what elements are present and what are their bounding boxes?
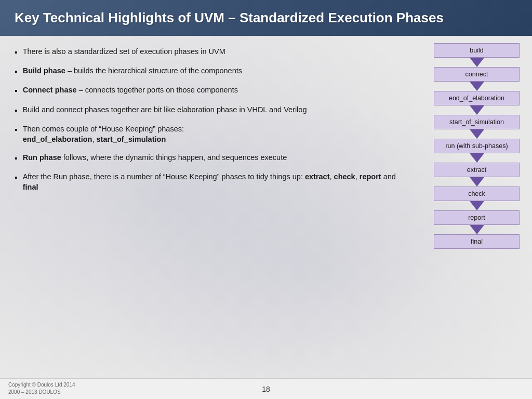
bullet-item-5: ▪ Then comes couple of “House Keeping” p… <box>15 124 411 145</box>
diagram-container: build connect end_of_elaboration start_o… <box>430 43 524 249</box>
bullet-marker-7: ▪ <box>15 172 18 183</box>
phase-box-connect: connect <box>434 67 520 82</box>
arrow-1 <box>470 58 484 67</box>
page-number: 18 <box>262 385 270 393</box>
footer-left-text: Copyright © Doulos Ltd 2014 2000 – 2013 … <box>8 381 75 396</box>
arrow-6 <box>470 177 484 187</box>
bullet-text-5: Then comes couple of “House Keeping” pha… <box>23 124 411 145</box>
phase-box-build: build <box>434 43 520 58</box>
copyright-line2: 2000 – 2013 DOULOS <box>8 389 75 396</box>
slide: Key Technical Highlights of UVM – Standa… <box>0 0 532 399</box>
slide-title: Key Technical Highlights of UVM – Standa… <box>15 9 520 26</box>
bullet-item-1: ▪ There is also a standardized set of ex… <box>15 46 411 58</box>
phase-box-extract: extract <box>434 163 520 177</box>
arrow-4 <box>470 129 484 139</box>
left-content: ▪ There is also a standardized set of ex… <box>0 36 425 362</box>
bullet-item-7: ▪ After the Run phase, there is a number… <box>15 171 411 193</box>
slide-header: Key Technical Highlights of UVM – Standa… <box>0 0 532 36</box>
bullet-marker-5: ▪ <box>15 124 18 136</box>
bullet-item-3: ▪ Connect phase – connects together port… <box>15 85 411 97</box>
arrow-3 <box>470 105 484 115</box>
bullet-text-1: There is also a standardized set of exec… <box>23 46 411 57</box>
bullet-marker-3: ▪ <box>15 85 18 97</box>
copyright-line1: Copyright © Doulos Ltd 2014 <box>8 381 75 389</box>
phase-box-start-simulation: start_of_simulation <box>434 115 520 129</box>
arrow-5 <box>470 153 484 163</box>
arrow-7 <box>470 201 484 210</box>
bullet-item-6: ▪ Run phase follows, where the dynamic t… <box>15 152 411 164</box>
bullet-item-4: ▪ Build and connect phases together are … <box>15 104 411 116</box>
bullet-text-7: After the Run phase, there is a number o… <box>23 171 411 193</box>
content-area: ▪ There is also a standardized set of ex… <box>0 36 532 362</box>
bullet-text-4: Build and connect phases together are bi… <box>23 104 411 115</box>
bullet-text-3: Connect phase – connects together ports … <box>23 85 411 95</box>
phase-box-final: final <box>434 234 520 249</box>
right-diagram: build connect end_of_elaboration start_o… <box>425 36 532 362</box>
arrow-8 <box>470 225 484 234</box>
bullet-marker-4: ▪ <box>15 105 18 116</box>
bullet-marker-2: ▪ <box>15 66 18 77</box>
phase-box-check: check <box>434 187 520 201</box>
bullet-text-2: Build phase – builds the hierarchical st… <box>23 65 411 76</box>
bullet-marker-1: ▪ <box>15 47 18 58</box>
footer: Copyright © Doulos Ltd 2014 2000 – 2013 … <box>0 378 532 399</box>
phase-box-end-elaboration: end_of_elaboration <box>434 91 520 105</box>
phase-box-run: run (with sub-phases) <box>434 139 520 153</box>
arrow-2 <box>470 82 484 91</box>
phase-box-report: report <box>434 210 520 225</box>
bullet-marker-6: ▪ <box>15 153 18 164</box>
bullet-item-2: ▪ Build phase – builds the hierarchical … <box>15 65 411 77</box>
bullet-text-6: Run phase follows, where the dynamic thi… <box>23 152 411 163</box>
